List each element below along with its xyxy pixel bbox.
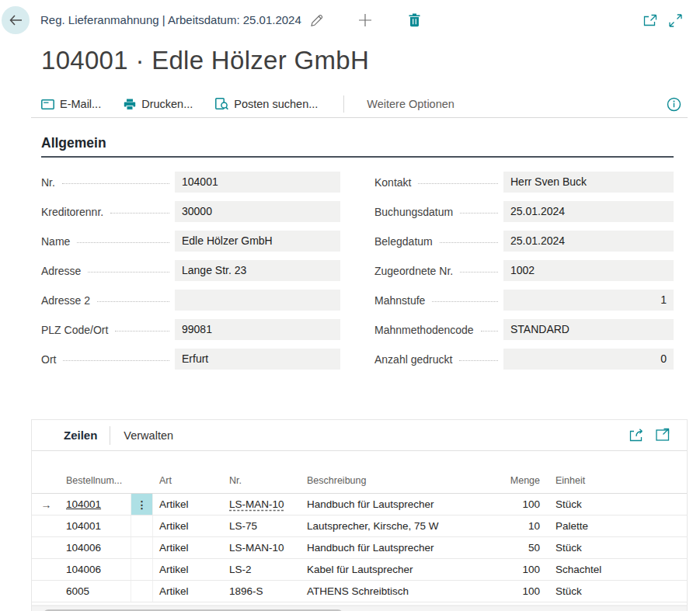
manage-menu-button[interactable]: Verwalten — [124, 429, 173, 442]
open-lines-in-new-window-button[interactable] — [656, 428, 670, 442]
horizontal-scrollbar[interactable] — [32, 606, 687, 611]
cell-einheit[interactable]: Palette — [540, 520, 633, 532]
cell-art[interactable]: Artikel — [153, 585, 225, 597]
field-nr-label: Nr. — [41, 176, 55, 189]
column-header-menge[interactable]: Menge — [497, 475, 540, 486]
cell-beschreibung[interactable]: ATHENS Schreibtisch — [303, 585, 497, 597]
field-adresse-value[interactable]: Lange Str. 23 — [175, 260, 340, 281]
field-anzahl-gedruckt-value[interactable]: 0 — [503, 349, 674, 370]
dotted-leader — [459, 360, 498, 361]
cell-menge[interactable]: 10 — [497, 520, 540, 532]
cell-nr[interactable]: LS-2 — [225, 564, 303, 575]
field-zugeordnete-nr-label: Zugeordnete Nr. — [374, 265, 453, 277]
table-row[interactable]: 104001 Artikel LS-75 Lautsprecher, Kirsc… — [32, 516, 687, 537]
table-row[interactable]: → 104001 ⋮ Artikel LS-MAN-10 Handbuch fü… — [32, 494, 687, 516]
dotted-leader — [440, 242, 498, 243]
cell-menge[interactable]: 100 — [497, 585, 540, 597]
cell-nr[interactable]: LS-MAN-10 — [225, 542, 303, 554]
action-bar-divider — [343, 95, 344, 113]
cell-nr[interactable]: LS-75 — [225, 520, 303, 532]
row-menu-button[interactable]: ⋮ — [131, 494, 153, 515]
column-header-art[interactable]: Art — [153, 475, 225, 486]
part-header-divider — [110, 426, 110, 445]
field-mahnstufe-value[interactable]: 1 — [503, 290, 674, 311]
cell-bestellnummer[interactable]: 104006 — [61, 564, 131, 575]
cell-nr[interactable]: 1896-S — [225, 585, 303, 597]
dotted-leader — [418, 183, 498, 184]
table-row[interactable]: 6005 Artikel 1896-S ATHENS Schreibtisch … — [32, 581, 687, 602]
cell-einheit[interactable]: Stück — [540, 498, 633, 510]
general-fields-grid: Nr. 104001 Kreditorennr. 30000 Name Edle… — [41, 172, 674, 378]
field-buchungsdatum-label: Buchungsdatum — [374, 206, 453, 218]
delete-button[interactable] — [406, 12, 422, 28]
expand-icon — [669, 14, 682, 27]
table-row[interactable]: 104006 Artikel LS-MAN-10 Handbuch für La… — [32, 537, 687, 559]
row-menu-cell — [131, 537, 153, 558]
field-plz-code-ort-value[interactable]: 99081 — [175, 319, 340, 340]
plus-icon — [358, 13, 372, 27]
cell-bestellnummer[interactable]: 104001 — [61, 520, 131, 532]
lines-grid-header: Bestellnum... Art Nr. Beschreibung Menge… — [32, 451, 687, 494]
field-kontakt-value[interactable]: Herr Sven Buck — [503, 172, 674, 193]
share-button[interactable] — [629, 428, 645, 442]
pencil-icon — [309, 13, 324, 28]
edit-button[interactable] — [308, 12, 324, 28]
field-ort-value[interactable]: Erfurt — [175, 349, 340, 370]
cell-art[interactable]: Artikel — [153, 542, 225, 554]
back-button[interactable] — [2, 6, 30, 34]
field-nr-value[interactable]: 104001 — [175, 172, 340, 193]
cell-beschreibung[interactable]: Handbuch für Lautsprecher — [303, 542, 497, 554]
field-kreditorennr: Kreditorennr. 30000 — [41, 201, 340, 222]
cell-art[interactable]: Artikel — [153, 520, 225, 532]
open-in-new-window-button[interactable] — [643, 12, 658, 28]
more-options-button[interactable]: Weitere Optionen — [367, 98, 454, 110]
field-zugeordnete-nr-value[interactable]: 1002 — [503, 260, 674, 281]
column-header-nr[interactable]: Nr. — [225, 475, 303, 486]
add-button[interactable] — [357, 12, 373, 28]
cell-art[interactable]: Artikel — [153, 498, 225, 510]
cell-einheit[interactable]: Stück — [540, 585, 633, 597]
field-kreditorennr-value[interactable]: 30000 — [175, 201, 340, 222]
field-buchungsdatum: Buchungsdatum 25.01.2024 — [374, 201, 674, 222]
field-belegdatum-value[interactable]: 25.01.2024 — [503, 231, 674, 252]
column-header-bestellnummer[interactable]: Bestellnum... — [61, 475, 131, 486]
top-bar: Reg. Lieferanmahnung | Arbeitsdatum: 25.… — [0, 0, 700, 40]
cell-bestellnummer[interactable]: 6005 — [61, 585, 131, 597]
cell-bestellnummer[interactable]: 104006 — [61, 542, 131, 554]
cell-menge[interactable]: 100 — [497, 564, 540, 575]
dotted-leader — [88, 272, 169, 273]
field-kreditorennr-label: Kreditorennr. — [41, 206, 103, 218]
dotted-leader — [110, 213, 169, 214]
breadcrumb[interactable]: Reg. Lieferanmahnung | Arbeitsdatum: 25.… — [40, 13, 301, 26]
cell-menge[interactable]: 50 — [497, 542, 540, 554]
column-header-beschreibung[interactable]: Beschreibung — [303, 475, 497, 486]
column-header-einheit[interactable]: Einheit — [540, 475, 633, 486]
cell-beschreibung[interactable]: Handbuch für Lautsprecher — [303, 498, 497, 510]
field-mahnmethodencode-value[interactable]: STANDARD — [503, 319, 674, 340]
general-section-title[interactable]: Allgemein — [41, 134, 674, 158]
table-row[interactable]: 104006 Artikel LS-2 Kabel für Lautsprech… — [32, 559, 687, 581]
field-plz-code-ort: PLZ Code/Ort 99081 — [41, 319, 340, 340]
field-mahnmethodencode: Mahnmethodencode STANDARD — [374, 319, 674, 340]
info-button[interactable] — [667, 97, 681, 112]
field-adresse-2-value[interactable] — [175, 290, 340, 311]
field-anzahl-gedruckt-label: Anzahl gedruckt — [374, 353, 452, 366]
cell-art[interactable]: Artikel — [153, 564, 225, 575]
lines-section: Zeilen Verwalten Bestellnum... Art Nr. B… — [31, 419, 688, 611]
cell-einheit[interactable]: Schachtel — [540, 564, 633, 575]
expand-button[interactable] — [667, 12, 683, 28]
cell-bestellnummer[interactable]: 104001 — [61, 498, 131, 510]
email-action[interactable]: E-Mail... — [41, 98, 101, 110]
find-entries-action[interactable]: Posten suchen... — [215, 98, 318, 110]
active-row-marker: → — [32, 498, 61, 511]
print-action[interactable]: Drucken... — [124, 98, 193, 110]
field-buchungsdatum-value[interactable]: 25.01.2024 — [503, 201, 674, 222]
cell-einheit[interactable]: Stück — [540, 542, 633, 554]
field-name-label: Name — [41, 235, 70, 248]
field-name-value[interactable]: Edle Hölzer GmbH — [175, 231, 340, 252]
cell-beschreibung[interactable]: Kabel für Lautsprecher — [303, 564, 497, 575]
general-left-column: Nr. 104001 Kreditorennr. 30000 Name Edle… — [41, 172, 340, 378]
cell-beschreibung[interactable]: Lautsprecher, Kirsche, 75 W — [303, 520, 497, 532]
cell-menge[interactable]: 100 — [497, 498, 540, 510]
tab-zeilen[interactable]: Zeilen — [64, 429, 97, 442]
